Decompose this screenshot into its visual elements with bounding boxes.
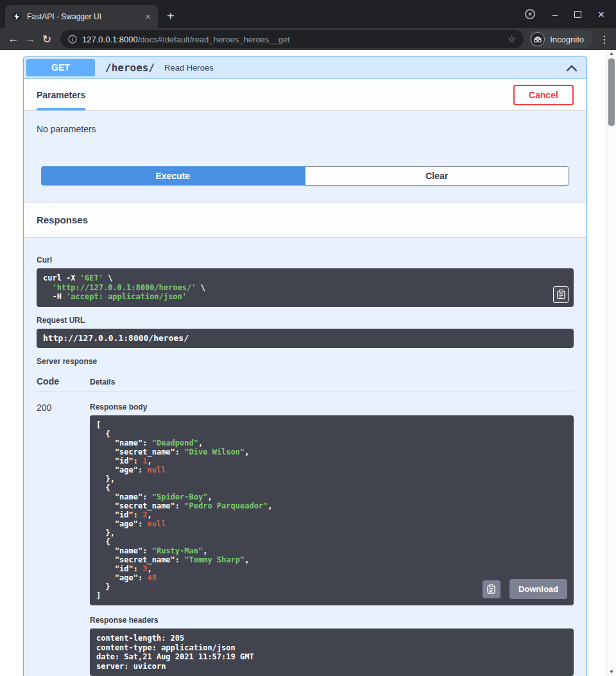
collapse-chevron-icon[interactable] bbox=[566, 64, 578, 72]
new-tab-button[interactable]: + bbox=[167, 10, 175, 22]
scroll-down-icon[interactable]: ▼ bbox=[607, 668, 616, 676]
reload-icon[interactable]: ↻ bbox=[38, 33, 55, 46]
scrollbar-thumb[interactable] bbox=[608, 58, 615, 126]
responses-title: Responses bbox=[37, 214, 88, 225]
opblock-summary[interactable]: GET /heroes/ Read Heroes bbox=[24, 57, 586, 79]
tab-close-icon[interactable]: × bbox=[142, 11, 154, 22]
code-column-header: Code bbox=[37, 376, 90, 386]
incognito-badge: Incognito bbox=[529, 30, 593, 48]
window-maximize-button[interactable] bbox=[574, 11, 581, 18]
details-column-header: Details bbox=[90, 377, 574, 386]
opblock-get-heroes: GET /heroes/ Read Heroes Parameters Canc… bbox=[23, 56, 587, 676]
tab-strip: FastAPI - Swagger UI × + – × bbox=[0, 0, 616, 28]
incognito-icon bbox=[531, 32, 545, 46]
page-scrollbar[interactable]: ▲ ▼ bbox=[606, 50, 616, 676]
response-body-block: [ { "name": "Deadpond", "secret_name": "… bbox=[90, 415, 574, 605]
window-controls: – × bbox=[524, 8, 616, 20]
url-path: /docs#/default/read_heroes_heroes__get bbox=[138, 35, 290, 44]
download-button[interactable]: Download bbox=[509, 579, 567, 599]
curl-label: Curl bbox=[37, 256, 574, 264]
response-row: 200 Response body [ { "name": "Deadpond"… bbox=[37, 392, 574, 676]
browser-update-icon[interactable] bbox=[524, 8, 536, 20]
response-body-label: Response body bbox=[90, 403, 574, 412]
response-table-header: Code Details bbox=[37, 370, 574, 392]
execute-row: Execute Clear bbox=[24, 166, 586, 202]
incognito-label: Incognito bbox=[550, 35, 584, 44]
server-response-label: Server response bbox=[37, 357, 574, 366]
page-content: GET /heroes/ Read Heroes Parameters Canc… bbox=[0, 50, 616, 676]
back-icon[interactable]: ← bbox=[5, 33, 22, 46]
clear-button[interactable]: Clear bbox=[305, 166, 570, 186]
execute-button[interactable]: Execute bbox=[41, 166, 305, 186]
response-body-actions: Download bbox=[483, 579, 567, 599]
cancel-button[interactable]: Cancel bbox=[513, 85, 574, 105]
fastapi-favicon-icon bbox=[12, 12, 22, 22]
curl-command: curl -X 'GET' \ 'http://127.0.0.1:8000/h… bbox=[37, 268, 574, 307]
response-details: Response body [ { "name": "Deadpond", "s… bbox=[90, 403, 574, 676]
swagger-ui: GET /heroes/ Read Heroes Parameters Canc… bbox=[0, 50, 606, 676]
url-bar[interactable]: 127.0.0.1:8000/docs#/default/read_heroes… bbox=[60, 30, 524, 48]
endpoint-path: /heroes/ bbox=[105, 62, 155, 74]
bookmark-star-icon[interactable]: ☆ bbox=[508, 33, 516, 45]
status-code: 200 bbox=[37, 403, 90, 676]
forward-icon[interactable]: → bbox=[22, 33, 38, 46]
tab-title: FastAPI - Swagger UI bbox=[27, 12, 142, 21]
response-body-json: [ { "name": "Deadpond", "secret_name": "… bbox=[90, 415, 574, 605]
response-headers-text: content-length: 205 content-type: applic… bbox=[90, 628, 574, 676]
endpoint-summary: Read Heroes bbox=[164, 63, 214, 73]
browser-menu-icon[interactable]: ⋮ bbox=[598, 33, 611, 46]
parameters-header: Parameters Cancel bbox=[24, 79, 586, 111]
browser-tab[interactable]: FastAPI - Swagger UI × bbox=[5, 5, 158, 28]
browser-window: FastAPI - Swagger UI × + – × ← → ↻ 127.0… bbox=[0, 0, 616, 676]
response-headers-label: Response headers bbox=[90, 616, 574, 625]
copy-curl-button[interactable] bbox=[553, 286, 569, 303]
browser-toolbar: ← → ↻ 127.0.0.1:8000/docs#/default/read_… bbox=[0, 28, 616, 50]
request-url-label: Request URL bbox=[37, 316, 574, 325]
responses-header: Responses bbox=[24, 202, 586, 238]
request-url-block: http://127.0.0.1:8000/heroes/ bbox=[37, 329, 574, 349]
curl-block: curl -X 'GET' \ 'http://127.0.0.1:8000/h… bbox=[37, 268, 574, 307]
copy-response-button[interactable] bbox=[483, 580, 501, 598]
method-badge: GET bbox=[26, 59, 95, 76]
scroll-up-icon[interactable]: ▲ bbox=[607, 50, 616, 58]
url-host: 127.0.0.1:8000 bbox=[82, 35, 138, 44]
tab-parameters[interactable]: Parameters bbox=[37, 79, 85, 110]
window-minimize-button[interactable]: – bbox=[552, 10, 558, 19]
response-headers-block: content-length: 205 content-type: applic… bbox=[90, 628, 574, 676]
window-close-button[interactable]: × bbox=[598, 9, 604, 20]
responses-content: Curl curl -X 'GET' \ 'http://127.0.0.1:8… bbox=[24, 238, 586, 676]
no-parameters-text: No parameters bbox=[24, 111, 586, 166]
site-info-icon[interactable] bbox=[68, 35, 77, 44]
request-url-value: http://127.0.0.1:8000/heroes/ bbox=[37, 329, 574, 349]
